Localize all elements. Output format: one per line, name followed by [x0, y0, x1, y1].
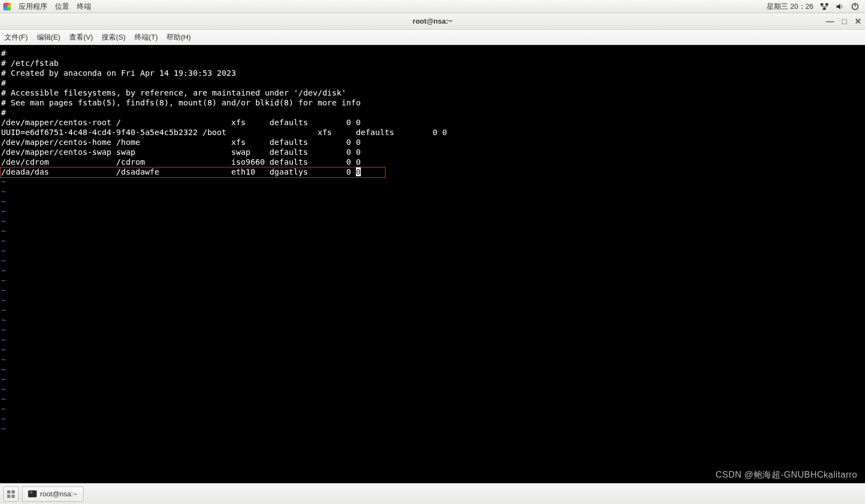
terminal-line: /dev/mapper/centos-home /home xfs defaul…: [1, 137, 864, 147]
terminal-line: /dev/cdrom /cdrom iso9660 defaults 0 0: [1, 157, 864, 167]
vim-tilde: ~: [1, 404, 864, 414]
taskbar-terminal-item[interactable]: root@nsa:~: [22, 486, 83, 502]
terminal-line: # Created by anaconda on Fri Apr 14 19:3…: [1, 68, 864, 78]
window-titlebar[interactable]: root@nsa:~ — □ ✕: [0, 13, 865, 30]
sysbar-left: 应用程序 位置 终端: [0, 2, 91, 12]
menu-applications[interactable]: 应用程序: [19, 2, 47, 12]
vim-tilde: ~: [1, 276, 864, 285]
close-button[interactable]: ✕: [855, 17, 862, 25]
menu-search[interactable]: 搜索(S): [102, 32, 125, 42]
maximize-button[interactable]: □: [842, 17, 847, 25]
vim-tilde: ~: [1, 206, 864, 216]
cursor: 0: [356, 167, 361, 176]
network-icon[interactable]: [820, 2, 829, 11]
terminal-icon: [28, 490, 37, 497]
window-controls: — □ ✕: [826, 17, 862, 25]
vim-tilde: ~: [1, 236, 864, 246]
terminal-line: # /etc/fstab: [1, 58, 864, 68]
sysbar-right: 星期三 20：26: [767, 2, 865, 12]
taskbar: root@nsa:~: [0, 483, 865, 504]
terminal-line: /deada/das /dsadawfe eth10 dgaatlys 0 0: [1, 167, 864, 177]
terminal-content[interactable]: ## /etc/fstab# Created by anaconda on Fr…: [0, 45, 865, 483]
terminal-line: /dev/mapper/centos-root / xfs defaults 0…: [1, 117, 864, 127]
vim-tilde: ~: [1, 325, 864, 335]
vim-tilde: ~: [1, 355, 864, 365]
svg-rect-8: [12, 495, 15, 498]
gnome-logo-icon[interactable]: [3, 3, 11, 10]
system-bar: 应用程序 位置 终端 星期三 20：26: [0, 0, 865, 13]
taskbar-item-label: root@nsa:~: [40, 490, 77, 498]
vim-tilde: ~: [1, 305, 864, 315]
terminal-line: #: [1, 108, 864, 117]
menu-help[interactable]: 帮助(H): [166, 32, 191, 42]
menubar: 文件(F) 编辑(E) 查看(V) 搜索(S) 终端(T) 帮助(H): [0, 30, 865, 45]
terminal-line: #: [1, 78, 864, 88]
menu-places[interactable]: 位置: [55, 2, 69, 12]
menu-edit[interactable]: 编辑(E): [37, 32, 60, 42]
vim-tilde: ~: [1, 365, 864, 374]
menu-terminal-app[interactable]: 终端(T): [135, 32, 158, 42]
svg-rect-2: [823, 8, 826, 10]
svg-rect-7: [7, 495, 10, 498]
terminal-line: UUID=e6df6751-4c48-4cd4-9f40-5a5e4c5b232…: [1, 127, 864, 137]
window-title: root@nsa:~: [412, 17, 452, 25]
terminal-line: /dev/mapper/centos-swap swap swap defaul…: [1, 147, 864, 157]
volume-icon[interactable]: [835, 2, 844, 11]
svg-rect-1: [825, 3, 828, 5]
vim-tilde: ~: [1, 424, 864, 434]
vim-tilde: ~: [1, 394, 864, 404]
menu-terminal[interactable]: 终端: [77, 2, 91, 12]
vim-tilde: ~: [1, 266, 864, 276]
vim-tilde: ~: [1, 256, 864, 266]
vim-tilde: ~: [1, 345, 864, 355]
power-icon[interactable]: [851, 2, 860, 11]
menu-view[interactable]: 查看(V): [69, 32, 93, 42]
svg-rect-5: [7, 490, 10, 494]
svg-rect-0: [821, 3, 823, 5]
vim-tilde: ~: [1, 335, 864, 345]
vim-tilde: ~: [1, 197, 864, 206]
menu-file[interactable]: 文件(F): [4, 32, 28, 42]
vim-tilde: ~: [1, 246, 864, 256]
vim-tilde: ~: [1, 285, 864, 295]
terminal-line: # See man pages fstab(5), findfs(8), mou…: [1, 98, 864, 108]
vim-tilde: ~: [1, 374, 864, 384]
minimize-button[interactable]: —: [826, 17, 834, 25]
clock[interactable]: 星期三 20：26: [767, 2, 813, 12]
vim-tilde: ~: [1, 315, 864, 325]
vim-tilde: ~: [1, 187, 864, 197]
vim-tilde: ~: [1, 295, 864, 305]
vim-tilde: ~: [1, 226, 864, 236]
show-desktop-button[interactable]: [3, 486, 19, 502]
vim-tilde: ~: [1, 384, 864, 394]
vim-tilde: ~: [1, 414, 864, 424]
terminal-line: # Accessible filesystems, by reference, …: [1, 88, 864, 98]
vim-tilde: ~: [1, 216, 864, 226]
terminal-line: #: [1, 48, 864, 58]
svg-rect-6: [12, 490, 15, 494]
vim-tilde: ~: [1, 177, 864, 187]
